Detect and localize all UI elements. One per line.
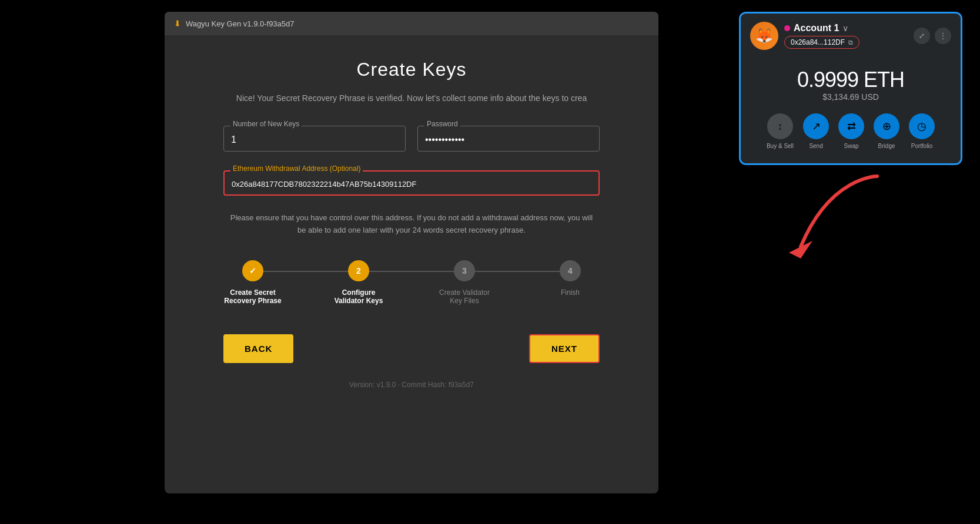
mm-header: 🦊 Account 1 ∨ 0x26a84...112DF ⧉ ⤢ ⋮ [741, 14, 961, 58]
step-1-label: Create Secret Recovery Phrase [223, 288, 282, 305]
mm-account-section: Account 1 ∨ 0x26a84...112DF ⧉ [784, 23, 908, 49]
step-3: 3 Create Validator Key Files [412, 260, 517, 305]
num-keys-group: Number of New Keys [223, 126, 406, 152]
step-1-circle: ✓ [242, 260, 263, 281]
password-group: Password [417, 126, 600, 152]
mm-send-label: Send [809, 143, 822, 149]
mm-send-button[interactable]: ↗ Send [803, 113, 829, 149]
mm-address-row: 0x26a84...112DF ⧉ [784, 36, 908, 49]
mm-buy-sell-button[interactable]: ↕ Buy & Sell [767, 113, 794, 149]
mm-bridge-icon: ⊕ [874, 113, 899, 139]
mm-status-dot [784, 25, 790, 31]
mm-address-badge[interactable]: 0x26a84...112DF ⧉ [784, 36, 859, 49]
progress-steps: ✓ Create Secret Recovery Phrase 2 Config… [200, 260, 623, 305]
mm-body: 0.9999 ETH $3,134.69 USD ↕ Buy & Sell ↗ … [741, 58, 961, 163]
mm-address-text: 0x26a84...112DF [791, 38, 845, 46]
metamask-fox-icon: 🦊 [750, 22, 778, 50]
form-top-row: Number of New Keys Password [223, 126, 600, 152]
mm-swap-icon: ⇄ [838, 113, 864, 139]
mm-portfolio-icon: ◷ [909, 113, 935, 139]
eth-address-label: Ethereum Withdrawal Address (Optional) [230, 164, 363, 173]
num-keys-label: Number of New Keys [230, 120, 302, 128]
warning-text: Please ensure that you have control over… [229, 212, 594, 237]
mm-usd-balance: $3,134.69 USD [752, 92, 949, 102]
step-4-circle: 4 [560, 260, 581, 281]
mm-swap-button[interactable]: ⇄ Swap [838, 113, 864, 149]
mm-swap-label: Swap [844, 143, 859, 149]
num-keys-input[interactable] [223, 126, 406, 152]
step-1: ✓ Create Secret Recovery Phrase [200, 260, 306, 305]
mm-bridge-button[interactable]: ⊕ Bridge [874, 113, 899, 149]
mm-chevron-down-icon[interactable]: ∨ [842, 23, 848, 33]
mm-buy-sell-icon: ↕ [767, 113, 793, 139]
mm-action-buttons: ↕ Buy & Sell ↗ Send ⇄ Swap ⊕ Bridge ◷ Po… [752, 113, 949, 149]
mm-eth-balance: 0.9999 ETH [752, 68, 949, 92]
svg-marker-0 [789, 241, 812, 258]
mm-copy-icon[interactable]: ⧉ [848, 39, 853, 46]
download-icon: ⬇ [174, 19, 181, 28]
mm-header-icons: ⤢ ⋮ [914, 28, 951, 44]
step-4-label: Finish [561, 288, 580, 297]
password-input[interactable] [417, 126, 600, 152]
step-3-circle: 3 [454, 260, 475, 281]
page-subtitle: Nice! Your Secret Recovery Phrase is ver… [236, 92, 587, 105]
back-button[interactable]: BACK [223, 334, 293, 363]
password-label: Password [424, 120, 460, 128]
next-button[interactable]: NEXT [529, 334, 600, 363]
mm-menu-icon[interactable]: ⋮ [935, 28, 951, 44]
step-2: 2 Configure Validator Keys [306, 260, 412, 305]
action-buttons: BACK NEXT [223, 334, 600, 363]
eth-address-group: Ethereum Withdrawal Address (Optional) [223, 170, 600, 196]
version-text: Version: v1.9.0 · Commit Hash: f93a5d7 [349, 381, 474, 389]
red-arrow-indicator [783, 164, 889, 258]
mm-account-name[interactable]: Account 1 [794, 23, 839, 33]
mm-bridge-label: Bridge [878, 143, 895, 149]
step-3-label: Create Validator Key Files [435, 288, 494, 305]
title-bar: ⬇ Wagyu Key Gen v1.9.0-f93a5d7 [165, 12, 658, 35]
step-2-label: Configure Validator Keys [329, 288, 388, 305]
mm-portfolio-label: Portfolio [911, 143, 933, 149]
app-content: Create Keys Nice! Your Secret Recovery P… [165, 35, 658, 493]
app-title: Wagyu Key Gen v1.9.0-f93a5d7 [186, 19, 295, 28]
step-4: 4 Finish [517, 260, 623, 297]
mm-portfolio-button[interactable]: ◷ Portfolio [909, 113, 935, 149]
mm-account-row: Account 1 ∨ [784, 23, 908, 33]
metamask-popup: 🦊 Account 1 ∨ 0x26a84...112DF ⧉ ⤢ ⋮ 0.99… [739, 12, 962, 165]
mm-share-icon[interactable]: ⤢ [914, 28, 930, 44]
eth-address-input[interactable] [223, 170, 600, 196]
page-title: Create Keys [356, 59, 466, 80]
step-2-circle: 2 [348, 260, 369, 281]
mm-buy-sell-label: Buy & Sell [767, 143, 794, 149]
app-window: ⬇ Wagyu Key Gen v1.9.0-f93a5d7 Create Ke… [165, 12, 658, 493]
mm-send-icon: ↗ [803, 113, 829, 139]
